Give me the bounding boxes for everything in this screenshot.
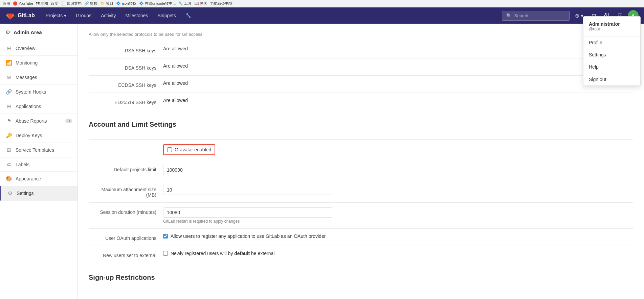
main-content: Allow only the selected protocols to be …: [78, 24, 644, 299]
external-text: Newly registered users will by default b…: [171, 251, 274, 256]
labels-icon: 🏷: [5, 161, 12, 167]
messages-icon: ✉: [5, 74, 12, 80]
rsa-ssh-row: RSA SSH keys Are allowed: [89, 41, 633, 58]
brand-name: GitLab: [18, 13, 35, 19]
sidebar-item-deploy-keys[interactable]: 🔑 Deploy Keys: [0, 128, 77, 143]
sidebar-item-label: Abuse Reports: [16, 118, 47, 124]
gravatar-row: Gravatar enabled: [89, 139, 633, 160]
dsa-ssh-value: Are allowed: [163, 63, 633, 69]
sidebar-item-service-templates[interactable]: ⊞ Service Templates: [0, 143, 77, 157]
hooks-icon: 🔗: [5, 89, 12, 95]
sidebar: ⚙ Admin Area ⊞ Overview 📶 Monitoring ✉ M…: [0, 24, 78, 299]
ecdsa-ssh-row: ECDSA SSH keys Are allowed: [89, 75, 633, 93]
nav-snippets[interactable]: Snippets: [153, 10, 180, 21]
gravatar-label: [89, 144, 163, 146]
gravatar-checkbox-label: Gravatar enabled: [175, 147, 211, 152]
sidebar-item-settings[interactable]: ⚙ Settings: [0, 186, 77, 201]
sidebar-item-system-hooks[interactable]: 🔗 System Hooks: [0, 85, 77, 99]
applications-icon: ⊞: [5, 103, 12, 109]
sidebar-item-label: Service Templates: [16, 147, 54, 153]
session-duration-label: Session duration (minutes): [89, 207, 163, 215]
gravatar-checkbox[interactable]: [167, 147, 172, 152]
sidebar-item-messages[interactable]: ✉ Messages: [0, 70, 77, 85]
default-projects-limit-row: Default projects limit: [89, 160, 633, 180]
gitlab-logo-icon: [5, 11, 15, 20]
sidebar-item-label: Settings: [17, 191, 34, 196]
dropdown-username: Administrator: [589, 21, 635, 27]
dropdown-profile[interactable]: Profile: [583, 36, 640, 49]
dropdown-settings[interactable]: Settings: [583, 49, 640, 61]
ed25519-ssh-value: Are allowed: [163, 98, 633, 103]
session-duration-input[interactable]: [163, 207, 332, 218]
nav-milestones[interactable]: Milestones: [121, 10, 152, 21]
session-duration-value: GitLab restart is required to apply chan…: [163, 207, 633, 224]
nav-projects[interactable]: Projects ▾: [42, 10, 71, 21]
default-projects-limit-input[interactable]: [163, 165, 332, 175]
oauth-checkbox[interactable]: [163, 234, 168, 239]
gravatar-checkbox-wrapper[interactable]: Gravatar enabled: [163, 144, 215, 155]
abuse-reports-badge: 0: [65, 119, 72, 123]
external-users-value: Newly registered users will by default b…: [163, 251, 633, 256]
deploy-keys-icon: 🔑: [5, 132, 12, 139]
oauth-checkbox-wrapper[interactable]: Allow users to register any application …: [163, 233, 633, 239]
navbar: GitLab Projects ▾ Groups Activity Milest…: [0, 7, 644, 24]
oauth-text: Allow users to register any application …: [171, 233, 326, 239]
sidebar-header: ⚙ Admin Area: [0, 24, 77, 41]
ed25519-ssh-row: ED25519 SSH keys Are allowed: [89, 93, 633, 110]
oauth-value: Allow users to register any application …: [163, 233, 633, 239]
sidebar-item-labels[interactable]: 🏷 Labels: [0, 157, 77, 172]
nav-activity[interactable]: Activity: [97, 10, 120, 21]
external-checkbox-wrapper[interactable]: Newly registered users will by default b…: [163, 251, 633, 256]
external-users-row: New users set to external Newly register…: [89, 246, 633, 263]
sidebar-item-label: Labels: [16, 162, 29, 167]
sidebar-item-appearance[interactable]: 🎨 Appearance: [0, 172, 77, 186]
nav-wrench[interactable]: 🔧: [181, 10, 195, 21]
dropdown-help[interactable]: Help: [583, 61, 640, 73]
ssh-intro: Allow only the selected protocols to be …: [89, 32, 633, 37]
rsa-ssh-value: Are allowed: [163, 46, 633, 51]
sidebar-item-monitoring[interactable]: 📶 Monitoring: [0, 56, 77, 70]
gitlab-brand[interactable]: GitLab: [5, 11, 35, 20]
sidebar-item-label: Applications: [16, 104, 41, 109]
oauth-row: User OAuth applications Allow users to r…: [89, 228, 633, 246]
appearance-icon: 🎨: [5, 176, 12, 182]
sidebar-item-overview[interactable]: ⊞ Overview: [0, 41, 77, 56]
sidebar-title: Admin Area: [14, 29, 42, 35]
chevron-down-icon: ▾: [64, 13, 66, 18]
sidebar-item-label: Overview: [16, 46, 35, 51]
signup-section: Sign-up Restrictions: [89, 274, 633, 285]
main-layout: ⚙ Admin Area ⊞ Overview 📶 Monitoring ✉ M…: [0, 24, 644, 299]
sidebar-item-label: Appearance: [16, 176, 41, 181]
sidebar-item-applications[interactable]: ⊞ Applications: [0, 99, 77, 114]
overview-icon: ⊞: [5, 45, 12, 51]
abuse-icon: ⚑: [5, 118, 12, 124]
default-projects-limit-value: [163, 165, 633, 175]
search-input[interactable]: [514, 13, 562, 18]
default-projects-limit-label: Default projects limit: [89, 165, 163, 172]
max-attachment-label: Maximum attachment size(MB): [89, 185, 163, 198]
dsa-ssh-label: DSA SSH keys: [89, 63, 163, 71]
ecdsa-ssh-value: Are allowed: [163, 80, 633, 86]
session-hint: GitLab restart is required to apply chan…: [163, 219, 633, 224]
sidebar-item-label: System Hooks: [16, 89, 46, 95]
service-templates-icon: ⊞: [5, 147, 12, 153]
ssh-section: Allow only the selected protocols to be …: [89, 32, 633, 110]
sidebar-item-label: Messages: [16, 75, 37, 80]
admin-icon: ⚙: [5, 29, 10, 35]
oauth-label: User OAuth applications: [89, 233, 163, 241]
account-section-title: Account and Limit Settings: [89, 121, 633, 132]
dsa-ssh-row: DSA SSH keys Are allowed: [89, 58, 633, 75]
settings-icon: ⚙: [6, 190, 13, 196]
session-duration-row: Session duration (minutes) GitLab restar…: [89, 202, 633, 228]
sidebar-item-label: Monitoring: [16, 60, 38, 66]
nav-groups[interactable]: Groups: [72, 10, 95, 21]
sidebar-item-label: Deploy Keys: [16, 133, 42, 138]
max-attachment-input[interactable]: [163, 185, 332, 195]
max-attachment-value: [163, 185, 633, 195]
external-checkbox[interactable]: [163, 251, 168, 256]
ed25519-ssh-label: ED25519 SSH keys: [89, 98, 163, 105]
dropdown-signout[interactable]: Sign out: [583, 73, 640, 85]
ecdsa-ssh-label: ECDSA SSH keys: [89, 80, 163, 88]
sidebar-item-abuse-reports[interactable]: ⚑ Abuse Reports 0: [0, 114, 77, 128]
wrench-icon: 🔧: [185, 13, 191, 18]
